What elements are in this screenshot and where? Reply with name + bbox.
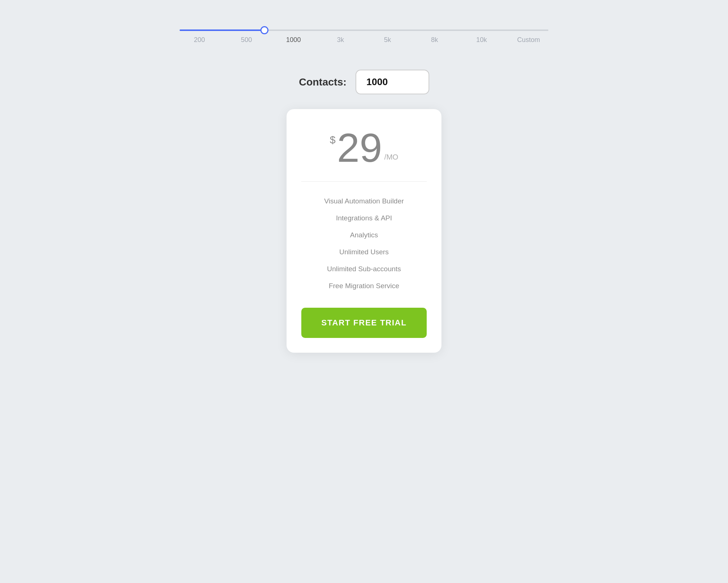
slider-label-500[interactable]: 500 — [223, 36, 270, 44]
price-period: /MO — [384, 153, 398, 161]
start-free-trial-button[interactable]: START FREE TRIAL — [301, 308, 427, 338]
contacts-input[interactable] — [356, 70, 429, 94]
slider-label-5k[interactable]: 5k — [364, 36, 411, 44]
slider-label-10k[interactable]: 10k — [458, 36, 505, 44]
slider-label-custom[interactable]: Custom — [505, 36, 552, 44]
slider-track — [180, 29, 548, 31]
price-amount: 29 — [337, 128, 382, 168]
contacts-label: Contacts: — [299, 76, 346, 88]
slider-fill — [180, 29, 264, 31]
slider-label-200[interactable]: 200 — [176, 36, 223, 44]
price-display: $ 29 /MO — [330, 128, 398, 168]
slider-label-1000[interactable]: 1000 — [270, 36, 317, 44]
feature-visual-automation: Visual Automation Builder — [301, 193, 427, 210]
slider-label-8k[interactable]: 8k — [411, 36, 458, 44]
price-divider — [301, 181, 427, 182]
slider-labels: 200 500 1000 3k 5k 8k 10k Custom — [176, 36, 552, 44]
price-currency: $ — [330, 134, 336, 146]
slider-label-3k[interactable]: 3k — [317, 36, 364, 44]
features-list: Visual Automation Builder Integrations &… — [301, 193, 427, 294]
feature-analytics: Analytics — [301, 227, 427, 244]
feature-free-migration: Free Migration Service — [301, 277, 427, 294]
feature-unlimited-users: Unlimited Users — [301, 244, 427, 261]
feature-integrations: Integrations & API — [301, 210, 427, 227]
feature-unlimited-subaccounts: Unlimited Sub-accounts — [301, 261, 427, 277]
pricing-card: $ 29 /MO Visual Automation Builder Integ… — [287, 109, 441, 353]
contacts-row: Contacts: — [299, 70, 429, 94]
slider-thumb[interactable] — [260, 26, 268, 34]
slider-section: 200 500 1000 3k 5k 8k 10k Custom — [161, 15, 567, 59]
slider-track-container — [176, 29, 552, 31]
